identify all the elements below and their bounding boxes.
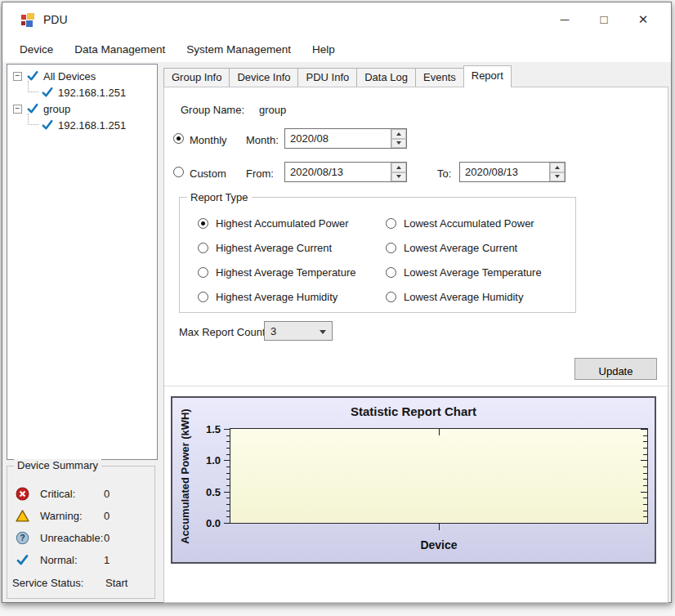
radio-circle-icon xyxy=(386,243,396,253)
from-date-spinner[interactable]: 2020/08/13 xyxy=(284,162,407,182)
chart-title: Statistic Report Chart xyxy=(172,404,655,418)
custom-label: Custom xyxy=(190,167,226,180)
tab-control: Group InfoDevice InfoPDU InfoData LogEve… xyxy=(163,65,668,603)
check-icon xyxy=(41,118,54,132)
tick-mark xyxy=(643,466,647,467)
summary-value: 0 xyxy=(104,488,110,500)
tab-report[interactable]: Report xyxy=(463,65,512,87)
tree-expander-icon[interactable]: − xyxy=(13,72,22,81)
radio-option-lowest-average-current[interactable]: Lowest Average Current xyxy=(386,235,574,260)
tree-connector-line xyxy=(28,114,38,125)
chart-region: Statistic Report Chart Accumulated Power… xyxy=(164,386,668,602)
normal-icon xyxy=(16,553,29,567)
tick-mark xyxy=(643,473,647,474)
radio-option-lowest-average-humidity[interactable]: Lowest Average Humidity xyxy=(386,284,574,309)
tick-mark xyxy=(643,479,647,480)
report-type-groupbox: Report Type Highest Accumulated PowerHig… xyxy=(179,197,576,313)
custom-radio[interactable] xyxy=(173,167,184,177)
app-icon xyxy=(20,12,35,27)
y-tick-label: 0.5 xyxy=(206,485,221,498)
menu-bar: DeviceData ManagementSystem ManagementHe… xyxy=(2,36,671,62)
tick-mark xyxy=(226,466,230,467)
tree-node-label: group xyxy=(43,103,70,115)
tab-events[interactable]: Events xyxy=(415,68,464,87)
to-label: To: xyxy=(437,167,451,180)
svg-text:?: ? xyxy=(20,533,25,542)
y-tick-label: 1.5 xyxy=(206,423,221,435)
tab-data-log[interactable]: Data Log xyxy=(356,68,416,87)
tick-mark xyxy=(226,511,230,511)
menu-item-device[interactable]: Device xyxy=(9,38,64,60)
radio-option-highest-average-current[interactable]: Highest Average Current xyxy=(198,235,386,260)
to-date-value[interactable]: 2020/08/13 xyxy=(460,163,549,181)
menu-item-data-management[interactable]: Data Management xyxy=(64,38,176,60)
month-value[interactable]: 2020/08 xyxy=(285,129,391,148)
max-report-count-dropdown[interactable]: 3 xyxy=(264,321,333,341)
radio-option-highest-average-temperature[interactable]: Highest Average Temperature xyxy=(198,260,386,284)
tree-node-192-168-1-251[interactable]: 192.168.1.251 xyxy=(7,84,157,100)
menu-item-system-management[interactable]: System Management xyxy=(176,38,302,60)
summary-row-critical: Critical:0 xyxy=(7,483,154,505)
critical-icon xyxy=(16,487,29,501)
radio-option-label: Highest Average Humidity xyxy=(216,291,338,303)
radio-option-highest-accumulated-power[interactable]: Highest Accumulated Power xyxy=(198,211,386,235)
radio-circle-icon xyxy=(386,218,396,229)
tick-mark xyxy=(643,485,647,486)
tick-mark xyxy=(226,454,230,455)
tree-node-192-168-1-251[interactable]: 192.168.1.251 xyxy=(7,117,157,133)
report-type-col-2: Lowest Accumulated PowerLowest Average C… xyxy=(386,211,574,309)
tab-device-info[interactable]: Device Info xyxy=(229,68,298,87)
tick-mark xyxy=(641,523,647,524)
to-spin-down[interactable] xyxy=(550,172,565,182)
month-spinner[interactable]: 2020/08 xyxy=(284,128,407,149)
max-report-count-label: Max Report Count: xyxy=(179,326,268,338)
radio-option-highest-average-humidity[interactable]: Highest Average Humidity xyxy=(198,284,386,309)
service-status-row: Service Status: Start xyxy=(7,571,154,592)
tab-strip: Group InfoDevice InfoPDU InfoData LogEve… xyxy=(163,65,668,87)
tree-expander-icon[interactable]: − xyxy=(13,105,22,114)
monthly-radio[interactable] xyxy=(173,133,184,144)
tab-pdu-info[interactable]: PDU Info xyxy=(297,68,357,87)
monthly-label: Monthly xyxy=(190,134,227,146)
summary-label: Unreachable: xyxy=(40,532,104,544)
radio-option-label: Highest Accumulated Power xyxy=(216,217,349,230)
radio-option-lowest-average-temperature[interactable]: Lowest Average Temperature xyxy=(386,260,574,284)
radio-option-lowest-accumulated-power[interactable]: Lowest Accumulated Power xyxy=(386,211,574,235)
tick-mark xyxy=(643,516,647,517)
tick-mark xyxy=(226,485,230,486)
tick-mark xyxy=(439,523,440,530)
close-button[interactable]: ✕ xyxy=(624,6,663,33)
warning-icon xyxy=(16,509,29,523)
summary-label: Warning: xyxy=(40,510,104,522)
group-name-value: group xyxy=(259,104,286,116)
to-date-spinner[interactable]: 2020/08/13 xyxy=(459,162,565,182)
tick-mark xyxy=(224,460,230,461)
tab-group-info[interactable]: Group Info xyxy=(163,68,230,87)
tick-mark xyxy=(226,504,230,505)
x-axis-title: Device xyxy=(230,538,648,551)
from-label: From: xyxy=(246,167,274,180)
group-name-label: Group Name: xyxy=(181,104,244,116)
from-spin-up[interactable] xyxy=(391,163,406,172)
minimize-button[interactable]: ─ xyxy=(545,6,584,33)
radio-circle-icon xyxy=(198,243,208,253)
summary-rows: Critical:0Warning:0?Unreachable:0Normal:… xyxy=(7,466,154,571)
month-spin-down[interactable] xyxy=(391,139,406,149)
radio-circle-icon xyxy=(198,267,208,278)
to-spin-up[interactable] xyxy=(550,163,565,172)
menu-item-help[interactable]: Help xyxy=(302,38,346,60)
plot-area: Accumulated Power (kWH) 0.00.51.01.5 xyxy=(230,428,648,524)
radio-option-label: Lowest Average Humidity xyxy=(404,291,523,303)
from-date-value[interactable]: 2020/08/13 xyxy=(285,163,391,181)
update-button[interactable]: Update xyxy=(574,358,657,380)
from-spin-down[interactable] xyxy=(391,172,406,182)
tree-connector-line xyxy=(28,81,38,92)
month-label: Month: xyxy=(246,134,279,146)
device-tree[interactable]: −All Devices192.168.1.251−group192.168.1… xyxy=(7,64,158,460)
maximize-button[interactable]: □ xyxy=(584,6,624,33)
month-spin-up[interactable] xyxy=(391,129,406,139)
tick-mark xyxy=(641,460,647,461)
tick-mark xyxy=(439,429,440,435)
tick-mark xyxy=(226,441,230,442)
y-tick-label: 0.0 xyxy=(206,517,221,529)
